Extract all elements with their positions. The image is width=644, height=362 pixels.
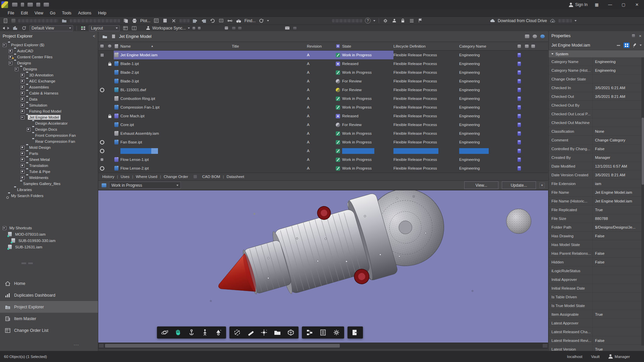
tree-expander-icon[interactable] — [21, 164, 24, 168]
table-row[interactable]: BL-115001.dwf A For Review Flexible Rele… — [98, 85, 548, 94]
binoculars-icon[interactable] — [236, 18, 242, 23]
view-button[interactable]: View... — [464, 181, 498, 189]
help-icon[interactable]: ? — [365, 18, 371, 23]
attachment-icon[interactable] — [518, 97, 521, 101]
sign-in-button[interactable]: Sign In — [569, 2, 588, 7]
property-row[interactable]: Item Assignable True — [549, 310, 644, 319]
tree-expander-icon[interactable] — [21, 73, 24, 77]
tree-expander-icon[interactable] — [3, 43, 6, 47]
settings-gear-icon[interactable] — [331, 328, 342, 337]
apps-grid-icon[interactable]: ▦ — [592, 2, 601, 8]
quick-access-icon[interactable] — [21, 3, 24, 7]
property-row[interactable]: Created By Manager — [549, 153, 644, 162]
refresh-view-icon[interactable] — [21, 25, 27, 31]
edit-pencil-icon[interactable] — [632, 43, 638, 48]
back-icon[interactable] — [3, 27, 5, 29]
tree-item[interactable]: Designs — [2, 66, 98, 72]
table-row[interactable]: Fan Base.ipt A Work in Progress Flexible… — [98, 138, 548, 146]
horizontal-scrollbar[interactable] — [98, 343, 548, 349]
tree-item[interactable]: Design Accelerator — [2, 120, 98, 126]
attachment-icon[interactable] — [518, 140, 521, 144]
database-icon[interactable] — [223, 25, 229, 31]
table-row[interactable]: A — [98, 146, 548, 155]
attachment-icon[interactable] — [518, 105, 521, 110]
table-view-icon[interactable] — [122, 25, 128, 31]
delete-icon[interactable] — [171, 18, 177, 23]
table-row[interactable]: Compression Fan-1.ipt A Work in Progress… — [98, 103, 548, 112]
column-header-category[interactable]: Category Name — [459, 42, 514, 50]
attachment-icon[interactable] — [518, 123, 521, 127]
table-row[interactable]: Blade-3.ipt A For Review Flexible Releas… — [98, 77, 548, 85]
scrollbar-thumb[interactable] — [642, 118, 644, 185]
mail-icon[interactable] — [284, 25, 290, 31]
toolbar-mini-icon[interactable] — [198, 27, 201, 29]
tree-item[interactable]: AEC Exchange — [2, 78, 98, 84]
property-row[interactable]: File Extension iam — [549, 179, 644, 188]
close-preview-icon[interactable]: ✕ — [539, 183, 545, 188]
property-row[interactable]: Date Modified 12/1/2011 6:57 AM — [549, 162, 644, 171]
close-panel-icon[interactable]: ✕ — [639, 34, 642, 38]
table-row[interactable]: Core.ipt A For Review Flexible Release P… — [98, 120, 548, 129]
check-in-icon[interactable] — [192, 18, 198, 23]
maximize-button[interactable]: ▢ — [619, 2, 628, 8]
grid-view-icon[interactable] — [624, 43, 630, 48]
undo-check-out-icon[interactable] — [210, 18, 216, 23]
flag-icon[interactable] — [417, 18, 423, 23]
zoom-anchor-icon[interactable] — [186, 328, 197, 337]
menu-edit[interactable]: Edit — [18, 10, 31, 16]
table-row[interactable]: Exhaust Assembly.iam A Work in Progress … — [98, 129, 548, 138]
attachment-icon[interactable] — [518, 62, 521, 66]
table-row[interactable]: Jet Engine Model.iam A Work in Progress … — [98, 51, 548, 59]
tree-expander-icon[interactable] — [21, 176, 24, 180]
tree-item[interactable]: Rear Compression Fan — [2, 138, 98, 144]
property-row[interactable]: Folder Path $/Designs/Designs/Je... — [549, 223, 644, 232]
tabs-splitter-icon[interactable] — [194, 175, 197, 178]
property-row[interactable]: File Name (Historic... Jet Engine Model.… — [549, 197, 644, 205]
copy-icon[interactable] — [123, 18, 129, 23]
property-row[interactable]: Has Drawing False — [549, 232, 644, 240]
tree-expander-icon[interactable] — [21, 85, 24, 89]
tab-cad-bom[interactable]: CAD BOM — [202, 175, 221, 179]
tree-item[interactable]: Sheet Metal — [2, 157, 98, 163]
sidebar-item-item-master[interactable]: Item Master — [0, 313, 98, 324]
filter-icon[interactable] — [525, 35, 529, 38]
tree-expander-icon[interactable] — [21, 110, 24, 113]
chevron-down-icon[interactable] — [373, 20, 375, 21]
tree-item[interactable]: Jet Engine Model — [2, 114, 98, 120]
table-row[interactable]: Flow Lense-1.ipt A Work in Progress Flex… — [98, 155, 548, 164]
collapse-panel-button[interactable]: < — [93, 34, 95, 39]
attachment-icon[interactable] — [518, 88, 521, 92]
tree-item[interactable]: Content Center Files — [2, 54, 98, 60]
forward-icon[interactable] — [7, 27, 9, 29]
shortcut-item[interactable]: SUB-019930-330.iam — [0, 237, 98, 244]
open-icon[interactable] — [61, 18, 67, 23]
tree-item[interactable]: 3D Annotation — [2, 72, 98, 78]
tree-expander-icon[interactable] — [21, 146, 24, 149]
column-header-name[interactable]: Name▲ — [114, 42, 232, 50]
property-row[interactable]: Classification None — [549, 127, 644, 136]
tree-item[interactable]: AutoCAD — [2, 48, 98, 54]
tree-item[interactable]: Data — [2, 96, 98, 102]
attachments-column-icon[interactable] — [518, 45, 521, 48]
look-at-icon[interactable] — [213, 328, 224, 337]
tag-icon[interactable] — [525, 45, 529, 48]
tree-item[interactable]: Cable & Harness — [2, 90, 98, 96]
attachment-icon[interactable] — [518, 166, 521, 171]
section-icon[interactable] — [231, 328, 243, 337]
property-row[interactable]: Initial Approver — [549, 275, 644, 284]
property-row[interactable]: Is True Model State — [549, 301, 644, 310]
property-row[interactable]: Latest Approver — [549, 319, 644, 327]
quick-access-icon[interactable] — [12, 3, 17, 7]
columns-icon[interactable] — [131, 25, 137, 31]
property-row[interactable]: File Replicated True — [549, 205, 644, 214]
tree-expander-icon[interactable] — [9, 61, 12, 65]
tab-where-used[interactable]: Where Used — [135, 175, 158, 179]
tree-item[interactable]: Project Explorer ($) — [2, 42, 98, 48]
property-row[interactable]: Controlled By Chang... False — [549, 144, 644, 153]
tab-uses[interactable]: Uses — [120, 175, 130, 179]
tree-item[interactable]: Design Docs — [2, 126, 98, 132]
attachment-icon[interactable] — [518, 158, 521, 162]
sidebar-item-change-order-list[interactable]: Change Order List — [0, 324, 98, 336]
properties-scrollbar[interactable] — [641, 57, 644, 346]
walk-icon[interactable] — [199, 328, 211, 337]
